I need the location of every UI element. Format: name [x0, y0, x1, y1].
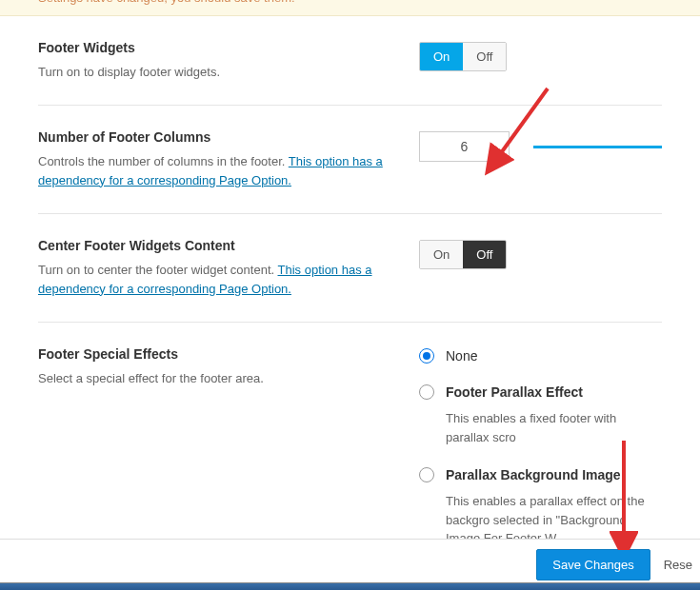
radio-button[interactable] — [419, 384, 434, 400]
option-description: Turn on to display footer widgets. — [38, 63, 400, 82]
radio-label: Parallax Background Image — [446, 467, 621, 482]
center-footer-toggle[interactable]: On Off — [419, 240, 507, 269]
toggle-on-button[interactable]: On — [420, 43, 463, 70]
radio-label: Footer Parallax Effect — [446, 384, 583, 400]
option-title: Number of Footer Columns — [38, 129, 400, 145]
desc-text: Turn on to center the footer widget cont… — [38, 263, 278, 277]
settings-changed-notice: Settings have changed, you should save t… — [0, 0, 700, 16]
toggle-on-button[interactable]: On — [420, 241, 463, 268]
option-title: Footer Special Effects — [38, 346, 400, 362]
radio-item-parallax-effect: Footer Parallax Effect This enables a fi… — [419, 384, 662, 446]
radio-description: This enables a fixed footer with paralla… — [446, 409, 662, 446]
save-changes-button[interactable]: Save Changes — [536, 549, 650, 580]
toggle-off-button[interactable]: Off — [463, 241, 506, 268]
option-description: Turn on to center the footer widget cont… — [38, 261, 400, 298]
option-footer-widgets: Footer Widgets Turn on to display footer… — [38, 16, 662, 107]
footer-widgets-toggle[interactable]: On Off — [419, 42, 507, 71]
reset-button[interactable]: Rese — [664, 558, 692, 572]
radio-button[interactable] — [419, 348, 434, 364]
option-center-footer: Center Footer Widgets Content Turn on to… — [38, 214, 662, 323]
option-description: Controls the number of columns in the fo… — [38, 152, 400, 189]
option-description: Select a special effect for the footer a… — [38, 369, 400, 388]
radio-item-none: None — [419, 348, 662, 364]
special-effects-radio-group: None Footer Parallax Effect This enables… — [419, 348, 662, 548]
option-title: Center Footer Widgets Content — [38, 238, 400, 253]
footer-columns-input[interactable] — [419, 131, 510, 162]
option-special-effects: Footer Special Effects Select a special … — [38, 323, 662, 572]
options-panel: Footer Widgets Turn on to display footer… — [0, 16, 700, 572]
desc-text: Controls the number of columns in the fo… — [38, 154, 289, 168]
option-title: Footer Widgets — [38, 40, 400, 55]
option-footer-columns: Number of Footer Columns Controls the nu… — [38, 106, 662, 214]
browser-chrome-bar — [0, 582, 700, 590]
radio-button[interactable] — [419, 467, 434, 482]
footer-columns-slider[interactable] — [533, 146, 662, 148]
radio-item-parallax-bg: Parallax Background Image This enables a… — [419, 467, 662, 548]
radio-label: None — [446, 348, 477, 364]
toggle-off-button[interactable]: Off — [463, 43, 506, 70]
